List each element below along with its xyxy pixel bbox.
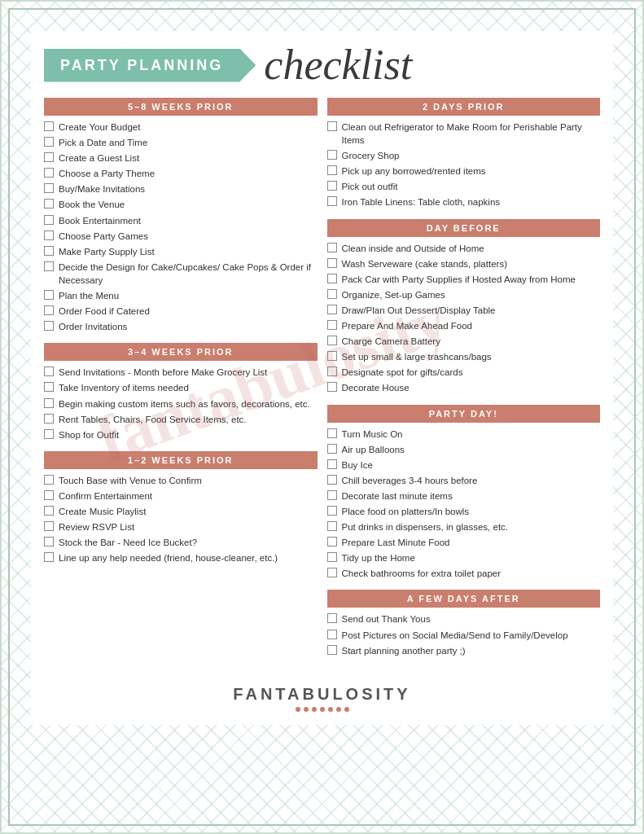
checkbox[interactable]	[327, 382, 337, 392]
checkbox[interactable]	[327, 336, 337, 345]
checkbox[interactable]	[44, 552, 54, 562]
item-text: Draw/Plan Out Dessert/Display Table	[342, 304, 601, 317]
checkbox[interactable]	[327, 351, 337, 361]
item-text: Book Entertainment	[59, 214, 318, 227]
checklist-items-day-before: Clean inside and Outside of HomeWash Ser…	[327, 242, 601, 395]
item-text: Make Party Supply List	[59, 245, 318, 258]
checkbox[interactable]	[327, 630, 337, 639]
list-item: Prepare Last Minute Food	[327, 536, 601, 549]
checkbox[interactable]	[327, 645, 337, 655]
item-text: Create Your Budget	[59, 121, 318, 134]
checkbox[interactable]	[44, 168, 54, 178]
checkbox[interactable]	[44, 199, 54, 208]
list-item: Touch Base with Venue to Confirm	[44, 474, 318, 487]
list-item: Shop for Outfit	[44, 428, 318, 441]
footer-dot	[336, 707, 341, 712]
list-item: Pick up any borrowed/rented items	[327, 165, 601, 178]
section-header-day-before: DAY BEFORE	[327, 219, 601, 237]
brand-name: FANTABULOSITY	[44, 685, 600, 704]
checkbox[interactable]	[327, 320, 337, 330]
checkbox[interactable]	[44, 382, 54, 392]
list-item: Place food on platters/In bowls	[327, 505, 601, 518]
checkbox[interactable]	[44, 414, 54, 424]
list-item: Tidy up the Home	[327, 551, 601, 564]
checkbox[interactable]	[44, 367, 54, 376]
checkbox[interactable]	[44, 429, 54, 439]
header-banner: PARTY PLANNING	[44, 49, 256, 82]
list-item: Post Pictures on Social Media/Send to Fa…	[327, 629, 601, 642]
checkbox[interactable]	[327, 428, 337, 438]
checkbox[interactable]	[44, 321, 54, 331]
item-text: Touch Base with Venue to Confirm	[59, 474, 318, 487]
checkbox[interactable]	[44, 305, 54, 315]
checkbox[interactable]	[327, 181, 337, 191]
checkbox[interactable]	[44, 537, 54, 546]
list-item: Order Food if Catered	[44, 305, 318, 318]
list-item: Buy/Make Invitations	[44, 182, 318, 195]
checkbox[interactable]	[44, 183, 54, 193]
list-item: Chill beverages 3-4 hours before	[327, 474, 601, 487]
checkbox[interactable]	[44, 521, 54, 531]
checkbox[interactable]	[327, 537, 337, 546]
checkbox[interactable]	[327, 521, 337, 531]
item-text: Iron Table Linens: Table cloth, napkins	[342, 195, 601, 208]
checkbox[interactable]	[44, 246, 54, 256]
checklist-items-3-4-weeks: Send Invitations - Month before Make Gro…	[44, 366, 318, 441]
checkbox[interactable]	[327, 121, 337, 131]
checkbox[interactable]	[327, 305, 337, 314]
checkbox[interactable]	[327, 475, 337, 485]
item-text: Choose a Party Theme	[59, 167, 318, 180]
list-item: Create Music Playlist	[44, 505, 318, 518]
checkbox[interactable]	[44, 137, 54, 147]
checkbox[interactable]	[327, 150, 337, 160]
checkbox[interactable]	[44, 121, 54, 131]
checkbox[interactable]	[327, 568, 337, 577]
section-header-few-days-after: A FEW DAYS AFTER	[327, 590, 601, 608]
checkbox[interactable]	[327, 258, 337, 268]
list-item: Order Invitations	[44, 320, 318, 333]
item-text: Send out Thank Yous	[342, 612, 601, 626]
item-text: Start planning another party ;)	[342, 644, 601, 657]
checkbox[interactable]	[327, 552, 337, 562]
item-text: Clean out Refrigerator to Make Room for …	[342, 121, 601, 147]
list-item: Send out Thank Yous	[327, 612, 601, 626]
checkbox[interactable]	[44, 398, 54, 408]
list-item: Wash Serveware (cake stands, platters)	[327, 257, 601, 270]
footer-dot	[344, 707, 349, 712]
item-text: Begin making custom items such as favors…	[59, 397, 318, 410]
checkbox[interactable]	[44, 261, 54, 271]
checkbox[interactable]	[327, 289, 337, 299]
list-item: Pick out outfit	[327, 180, 601, 193]
checkbox[interactable]	[327, 274, 337, 283]
checkbox[interactable]	[44, 475, 54, 485]
checkbox[interactable]	[327, 243, 337, 252]
item-text: Check bathrooms for extra toilet paper	[342, 567, 601, 580]
list-item: Confirm Entertainment	[44, 489, 318, 503]
list-item: Decorate last minute items	[327, 489, 601, 503]
checkbox[interactable]	[327, 613, 337, 623]
list-item: Send Invitations - Month before Make Gro…	[44, 366, 318, 379]
checkbox[interactable]	[327, 165, 337, 175]
item-text: Review RSVP List	[59, 520, 318, 533]
checkbox[interactable]	[44, 490, 54, 500]
checkbox[interactable]	[327, 459, 337, 469]
item-text: Confirm Entertainment	[59, 489, 318, 503]
checklist-items-5-8-weeks: Create Your BudgetPick a Date and TimeCr…	[44, 121, 318, 333]
checkbox[interactable]	[44, 290, 54, 300]
checkbox[interactable]	[44, 152, 54, 162]
section-2-days: 2 DAYS PRIORClean out Refrigerator to Ma…	[327, 98, 601, 209]
checkbox[interactable]	[44, 230, 54, 240]
list-item: Charge Camera Battery	[327, 335, 601, 348]
checkbox[interactable]	[327, 506, 337, 516]
checkbox[interactable]	[44, 215, 54, 225]
checkbox[interactable]	[327, 367, 337, 376]
item-text: Tidy up the Home	[342, 551, 601, 564]
list-item: Pick a Date and Time	[44, 136, 318, 149]
item-text: Book the Venue	[59, 198, 318, 211]
checkbox[interactable]	[327, 196, 337, 206]
checkbox[interactable]	[44, 506, 54, 516]
checkbox[interactable]	[327, 490, 337, 500]
checkbox[interactable]	[327, 444, 337, 454]
item-text: Line up any help needed (friend, house-c…	[59, 551, 318, 564]
list-item: Review RSVP List	[44, 520, 318, 533]
